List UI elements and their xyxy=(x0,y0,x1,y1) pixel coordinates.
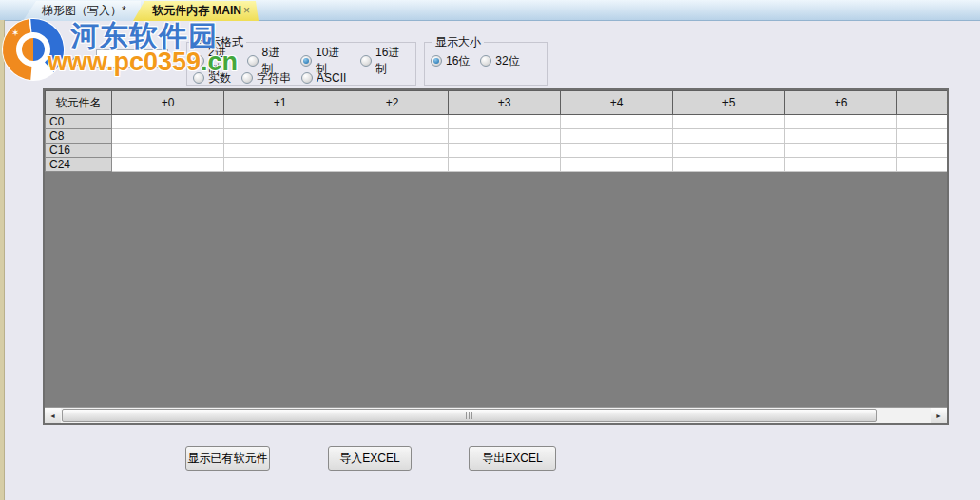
display-size-title: 显示大小 xyxy=(432,34,484,50)
table-row: C16 xyxy=(46,144,950,158)
table-cell[interactable] xyxy=(336,129,449,144)
display-size-group: 显示大小 16位32位 xyxy=(424,34,548,86)
table-cell[interactable] xyxy=(336,115,449,129)
watermark-logo: ✶ ✶ 河东软件园 www.pc0359.cn xyxy=(0,11,247,87)
import-excel-button[interactable]: 导入EXCEL xyxy=(328,446,412,471)
window-left-edge xyxy=(0,20,5,500)
column-header: +1 xyxy=(224,91,336,115)
scrollbar-track[interactable] xyxy=(61,408,931,423)
table-cell[interactable] xyxy=(224,115,336,129)
scrollbar-thumb[interactable] xyxy=(62,409,877,422)
svg-text:✶: ✶ xyxy=(11,28,19,38)
table-cell[interactable] xyxy=(897,115,950,129)
table-cell[interactable] xyxy=(449,115,561,129)
radio-label: 16位 xyxy=(446,53,470,69)
table-cell[interactable] xyxy=(112,129,224,144)
display-size-row: 16位32位 xyxy=(431,52,541,69)
radio-icon xyxy=(300,55,312,67)
table-cell[interactable] xyxy=(785,144,897,158)
radio-icon xyxy=(431,55,442,67)
column-header: 软元件名 xyxy=(46,91,112,115)
row-header: C0 xyxy=(46,115,112,129)
scroll-left-icon[interactable]: ◄ xyxy=(45,408,61,423)
column-header: +3 xyxy=(449,91,561,115)
display-format-option-6[interactable]: ASCII xyxy=(301,71,346,85)
radio-icon xyxy=(301,72,313,84)
column-header: +5 xyxy=(673,91,785,115)
table-cell[interactable] xyxy=(449,144,561,158)
scrollbar-grip-icon xyxy=(466,412,473,419)
column-header: +7 xyxy=(897,91,950,115)
table-cell[interactable] xyxy=(561,144,673,158)
table-row: C0 xyxy=(46,115,950,129)
table-cell[interactable] xyxy=(336,144,449,158)
column-header: +0 xyxy=(112,91,224,115)
table-cell[interactable] xyxy=(897,144,950,158)
table-cell[interactable] xyxy=(224,129,336,144)
radio-label: 32位 xyxy=(495,53,519,69)
table-cell[interactable] xyxy=(449,158,561,172)
radio-label: 字符串 xyxy=(257,70,291,87)
table-cell[interactable] xyxy=(561,115,673,129)
table-cell[interactable] xyxy=(336,158,449,172)
table-cell[interactable] xyxy=(673,144,785,158)
horizontal-scrollbar[interactable]: ◄ ► xyxy=(45,407,947,423)
table-cell[interactable] xyxy=(224,158,336,172)
table-row: C24 xyxy=(46,158,950,172)
display-format-option-3[interactable]: 16进制 xyxy=(360,45,410,77)
table-cell[interactable] xyxy=(561,158,673,172)
table-cell[interactable] xyxy=(112,115,224,129)
row-header: C16 xyxy=(46,144,112,158)
table-cell[interactable] xyxy=(785,129,897,144)
show-existing-devices-button[interactable]: 显示已有软元件 xyxy=(185,446,270,471)
watermark-url: www.pc0359.cn xyxy=(48,48,238,77)
table-cell[interactable] xyxy=(785,158,897,172)
radio-label: ASCII xyxy=(317,71,346,85)
device-memory-grid-panel: 软元件名+0+1+2+3+4+5+6+7 C0C8C16C24 ◄ ► xyxy=(43,88,949,425)
row-header: C8 xyxy=(46,129,112,144)
table-cell[interactable] xyxy=(112,144,224,158)
display-format-option-5[interactable]: 字符串 xyxy=(241,70,291,87)
column-header: +4 xyxy=(561,91,673,115)
table-cell[interactable] xyxy=(673,129,785,144)
table-cell[interactable] xyxy=(785,115,897,129)
column-header: +2 xyxy=(336,91,449,115)
scroll-right-icon[interactable]: ► xyxy=(931,408,947,423)
table-cell[interactable] xyxy=(897,129,950,144)
table-cell[interactable] xyxy=(561,129,673,144)
radio-label: 16进制 xyxy=(375,45,410,77)
row-header: C24 xyxy=(46,158,112,172)
column-header: +6 xyxy=(785,91,897,115)
table-cell[interactable] xyxy=(449,129,561,144)
export-excel-button[interactable]: 导出EXCEL xyxy=(469,446,556,471)
table-cell[interactable] xyxy=(112,158,224,172)
radio-icon xyxy=(247,55,259,67)
display-size-option-0[interactable]: 16位 xyxy=(431,53,470,69)
radio-icon xyxy=(360,55,372,67)
table-cell[interactable] xyxy=(673,158,785,172)
display-size-option-1[interactable]: 32位 xyxy=(480,53,519,69)
table-row: C8 xyxy=(46,129,950,144)
radio-icon xyxy=(480,55,491,67)
table-cell[interactable] xyxy=(673,115,785,129)
device-memory-table: 软元件名+0+1+2+3+4+5+6+7 C0C8C16C24 xyxy=(45,90,949,172)
table-cell[interactable] xyxy=(224,144,336,158)
table-cell[interactable] xyxy=(897,158,950,172)
device-memory-window: 梯形图（写入）* 软元件内存 MAIN × ✶ ✶ 河东软件园 www.pc03… xyxy=(0,0,980,500)
